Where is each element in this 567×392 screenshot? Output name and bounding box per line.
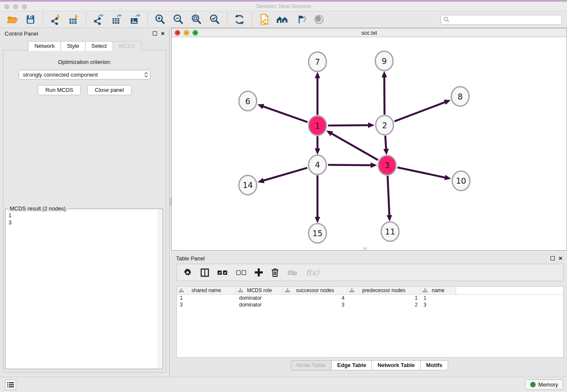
cell-MCDS-role[interactable]: dominator (236, 295, 283, 301)
save-session-button[interactable] (23, 13, 38, 26)
table-row[interactable]: 1dominator411 (177, 295, 563, 301)
close-window-icon[interactable] (4, 4, 9, 9)
cell-successor-nodes[interactable]: 3 (283, 301, 347, 308)
graph-node-3[interactable]: 3 (378, 155, 396, 175)
export-image-button[interactable] (128, 13, 142, 26)
edge-2-to-9[interactable] (382, 71, 387, 115)
tab-node-table[interactable]: Node Table (291, 360, 332, 370)
cell-predecessor-nodes[interactable]: 1 (347, 295, 421, 301)
tab-mcds[interactable]: MCDS (113, 41, 141, 51)
cell-predecessor-nodes[interactable]: 2 (347, 301, 421, 308)
edge-1-to-4[interactable] (315, 136, 320, 155)
graph-node-9[interactable]: 9 (375, 51, 393, 71)
close-panel-button[interactable]: Close panel (87, 85, 132, 95)
zoom-fit-button[interactable] (189, 13, 204, 26)
task-history-button[interactable] (5, 380, 16, 390)
float-table-panel-icon[interactable] (550, 256, 555, 260)
close-table-panel-icon[interactable]: × (559, 256, 562, 260)
function-builder-button[interactable]: f(x) (306, 268, 319, 277)
open-session-button[interactable] (5, 13, 19, 26)
edge-2-to-3[interactable] (383, 135, 389, 155)
file-network-icon (259, 14, 270, 25)
edge-1-to-2[interactable] (328, 122, 374, 128)
export-table-button[interactable] (110, 13, 124, 26)
cell-shared-name[interactable]: 3 (177, 301, 236, 308)
graph-node-11[interactable]: 11 (381, 222, 399, 241)
cell-name[interactable]: 1 (421, 295, 456, 301)
maximize-window-icon[interactable] (22, 4, 27, 9)
graph-node-2[interactable]: 2 (376, 116, 394, 135)
toolbar-separator (147, 13, 148, 26)
cell-successor-nodes[interactable]: 4 (283, 295, 347, 301)
network-minimize-icon[interactable]: − (184, 30, 189, 36)
table-row[interactable]: 3dominator323 (177, 301, 563, 308)
graph-node-15[interactable]: 15 (308, 224, 326, 243)
zoom-selected-button[interactable] (207, 13, 222, 26)
search-input[interactable] (451, 17, 559, 23)
graph-node-6[interactable]: 6 (239, 91, 257, 111)
criterion-select[interactable]: strongly connected component (19, 70, 151, 80)
import-table-button[interactable] (66, 13, 81, 26)
column-header-shared-name[interactable]: shared name (177, 287, 236, 294)
graph-node-1[interactable]: 1 (308, 116, 326, 135)
edge-3-to-11[interactable] (387, 176, 392, 221)
import-network-button[interactable] (48, 13, 63, 26)
show-column-button[interactable] (201, 268, 209, 277)
mcds-result-text[interactable]: 1 3 (8, 212, 162, 226)
network-close-icon[interactable]: × (175, 30, 180, 36)
graph-node-14[interactable]: 14 (239, 175, 257, 195)
network-canvas[interactable]: 1234678910111415 (172, 37, 567, 250)
graphics-details-button[interactable] (275, 13, 290, 26)
minimize-window-icon[interactable] (13, 4, 18, 9)
network-from-selection-button[interactable] (257, 13, 272, 26)
cell-name[interactable]: 3 (421, 301, 456, 308)
table-settings-button[interactable] (184, 268, 192, 277)
zoom-out-button[interactable] (171, 13, 185, 26)
float-panel-icon[interactable] (153, 31, 157, 36)
deselect-all-button[interactable] (236, 270, 246, 275)
tab-select[interactable]: Select (85, 41, 113, 51)
tab-network-table[interactable]: Network Table (372, 360, 421, 370)
edge-4-to-14[interactable] (258, 168, 308, 183)
inspector-button[interactable] (312, 13, 326, 26)
delete-table-button[interactable] (287, 269, 297, 276)
canvas-grip[interactable] (363, 247, 367, 250)
edge-1-to-7[interactable] (315, 72, 320, 115)
edge-3-to-1[interactable] (326, 130, 378, 160)
graph-node-8[interactable]: 8 (451, 87, 469, 106)
tab-style[interactable]: Style (61, 41, 85, 51)
graph-node-4[interactable]: 4 (308, 155, 326, 174)
network-graph[interactable]: 1234678910111415 (172, 37, 567, 250)
hide-details-button[interactable] (294, 13, 308, 26)
memory-button[interactable]: Memory (525, 379, 563, 390)
export-network-button[interactable] (91, 13, 106, 26)
close-panel-icon[interactable]: × (161, 31, 165, 36)
search-field[interactable] (440, 15, 562, 25)
add-row-button[interactable] (255, 268, 263, 276)
graph-node-10[interactable]: 10 (452, 171, 470, 190)
result-scrollbar[interactable] (158, 210, 162, 368)
zoom-in-button[interactable] (153, 13, 167, 26)
tab-network[interactable]: Network (28, 41, 61, 51)
edge-1-to-6[interactable] (257, 104, 308, 122)
tab-edge-table[interactable]: Edge Table (331, 360, 372, 370)
edge-2-to-8[interactable] (394, 99, 451, 121)
column-header-MCDS-role[interactable]: MCDS role (236, 287, 283, 294)
edge-4-to-15[interactable] (315, 175, 320, 223)
column-header-successor-nodes[interactable]: successor nodes (283, 287, 347, 294)
edge-4-to-3[interactable] (328, 163, 377, 168)
graph-node-7[interactable]: 7 (308, 52, 326, 72)
delete-row-button[interactable] (271, 268, 279, 277)
cell-shared-name[interactable]: 1 (177, 295, 236, 301)
run-mcds-button[interactable]: Run MCDS (38, 85, 81, 95)
network-maximize-icon[interactable]: + (193, 30, 198, 36)
network-window-titlebar[interactable]: × − + scc.txt (172, 28, 567, 37)
cell-MCDS-role[interactable]: dominator (236, 301, 283, 308)
tab-motifs[interactable]: Motifs (420, 360, 448, 370)
column-header-predecessor-nodes[interactable]: predecessor nodes (347, 287, 421, 294)
select-all-button[interactable] (217, 270, 228, 275)
mcds-result-title: MCDS result (2 nodes) (8, 205, 67, 212)
column-header-name[interactable]: name (421, 287, 456, 294)
apply-layout-button[interactable] (232, 13, 247, 26)
edge-3-to-10[interactable] (397, 168, 451, 180)
